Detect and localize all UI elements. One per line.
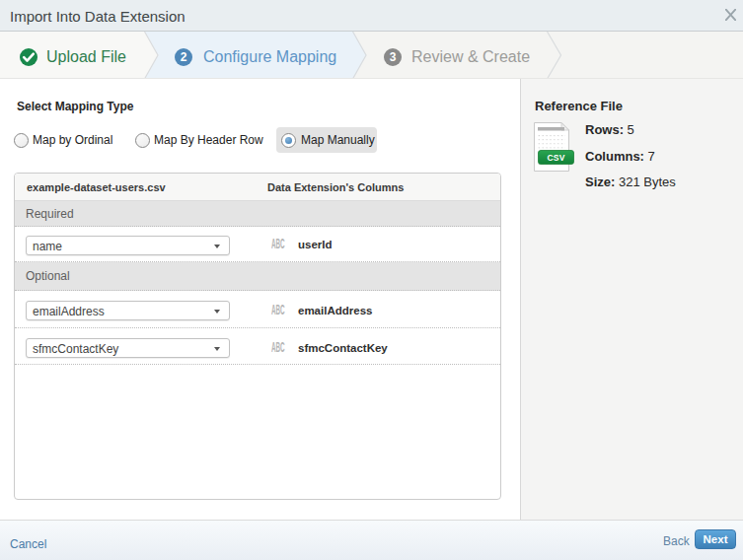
svg-text:CSV: CSV (547, 153, 564, 163)
